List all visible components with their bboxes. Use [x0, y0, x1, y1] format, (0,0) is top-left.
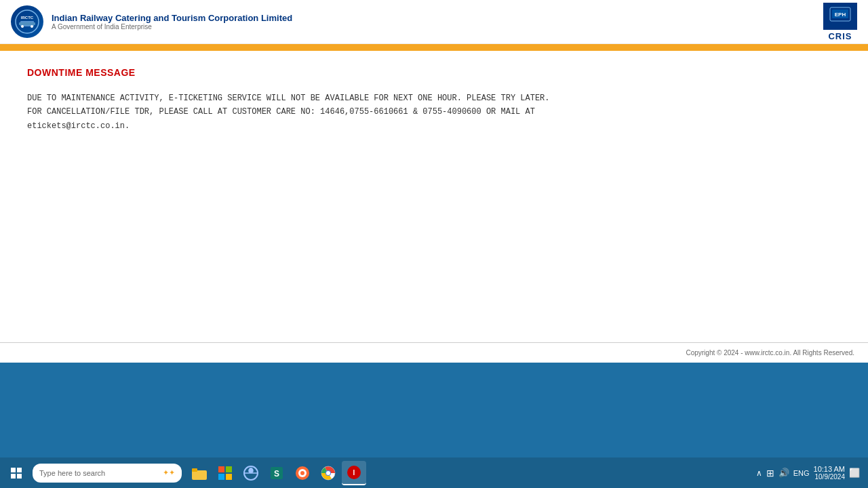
taskbar-clock[interactable]: 10:13 AM 10/9/2024 [814, 465, 845, 481]
clock-time: 10:13 AM [814, 465, 845, 473]
org-name: Indian Railway Catering and Tourism Corp… [52, 13, 292, 23]
taskbar-app3[interactable] [239, 461, 263, 485]
clock-date: 10/9/2024 [815, 473, 846, 481]
language-indicator[interactable]: ENG [793, 469, 810, 477]
taskbar-apps: S [187, 461, 366, 485]
taskbar-app4[interactable]: S [264, 461, 289, 485]
org-subtitle: A Government of India Enterprise [52, 23, 292, 30]
network-icon[interactable]: ⊞ [766, 468, 774, 479]
svg-rect-5 [19, 22, 35, 25]
taskbar-app5[interactable] [290, 461, 315, 485]
search-stars-icon: ✦✦ [163, 468, 175, 477]
svg-text:EPH: EPH [835, 12, 846, 18]
svg-rect-11 [192, 468, 197, 472]
svg-text:IRCTC: IRCTC [21, 16, 34, 20]
footer-right: Copyright © 2024 - www.irctc.co.in. All … [427, 343, 868, 363]
svg-rect-14 [218, 474, 224, 480]
svg-point-22 [300, 471, 304, 475]
page-header: IRCTC Indian Railway Catering and Touris… [0, 0, 868, 44]
svg-rect-12 [218, 466, 224, 472]
windows-icon [11, 468, 22, 479]
show-desktop-icon[interactable]: ⬜ [849, 468, 860, 478]
taskbar: Type here to search ✦✦ [0, 458, 868, 488]
volume-icon[interactable]: 🔊 [778, 468, 789, 478]
irctc-logo: IRCTC [11, 5, 43, 38]
cris-logo: EPH CRIS [823, 3, 857, 41]
cris-label: CRIS [828, 31, 852, 41]
copyright-text: Copyright © 2024 - www.irctc.co.in. All … [686, 349, 854, 357]
taskbar-area: Type here to search ✦✦ [0, 363, 868, 488]
taskbar-app2[interactable] [213, 461, 237, 485]
orange-banner [0, 44, 868, 51]
start-button[interactable] [3, 460, 30, 487]
svg-rect-15 [226, 474, 232, 480]
message-line1: DUE TO MAINTENANCE ACTIVITY, E-TICKETING… [27, 94, 550, 103]
cris-icon-box: EPH [823, 3, 857, 30]
svg-point-25 [326, 471, 330, 475]
footer-left [0, 343, 427, 363]
taskbar-chrome[interactable] [316, 461, 340, 485]
svg-text:S: S [274, 469, 279, 479]
taskbar-active-app[interactable]: I [342, 461, 366, 485]
header-text: Indian Railway Catering and Tourism Corp… [52, 13, 292, 30]
message-line2: FOR CANCELLATION/FILE TDR, PLEASE CALL A… [27, 107, 535, 130]
taskbar-file-explorer[interactable] [187, 461, 212, 485]
downtime-heading: DOWNTIME MESSAGE [27, 67, 841, 78]
taskbar-system-tray: ∧ ⊞ 🔊 ENG 10:13 AM 10/9/2024 ⬜ [756, 465, 865, 481]
taskbar-search[interactable]: Type here to search ✦✦ [33, 464, 182, 483]
browser-page: IRCTC Indian Railway Catering and Touris… [0, 0, 868, 363]
chevron-up-icon[interactable]: ∧ [756, 468, 762, 478]
main-content: DOWNTIME MESSAGE DUE TO MAINTENANCE ACTI… [0, 51, 868, 342]
svg-point-4 [31, 25, 33, 28]
header-left: IRCTC Indian Railway Catering and Touris… [11, 5, 292, 38]
svg-text:I: I [353, 469, 355, 476]
svg-point-3 [21, 25, 24, 28]
search-input[interactable]: Type here to search [39, 469, 159, 477]
downtime-message: DUE TO MAINTENANCE ACTIVITY, E-TICKETING… [27, 92, 637, 133]
svg-rect-13 [226, 466, 232, 472]
page-footer: Copyright © 2024 - www.irctc.co.in. All … [0, 342, 868, 363]
